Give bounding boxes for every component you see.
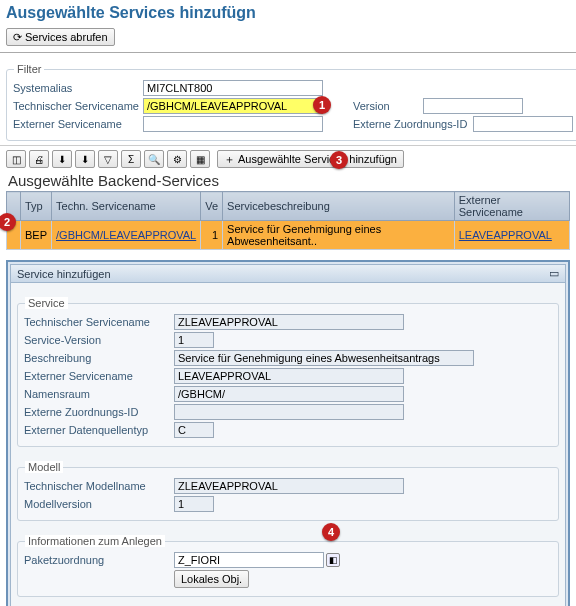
badge-4: 4 [322,523,340,541]
cell-typ: BEP [21,221,52,250]
cell-desc: Service für Genehmigung eines Abwesenhei… [223,221,455,250]
table-row[interactable]: BEP /GBHCM/LEAVEAPPROVAL 1 Service für G… [7,221,570,250]
mdl-tech-input[interactable] [174,478,404,494]
export-word-icon[interactable]: ⬇ [75,150,95,168]
details-icon[interactable]: ◫ [6,150,26,168]
col-ext[interactable]: Externer Servicename [454,192,569,221]
backend-services-title: Ausgewählte Backend-Services [0,170,576,191]
find-icon[interactable]: 🔍 [144,150,164,168]
svc-tech-input[interactable] [174,314,404,330]
pkg-label: Paketzuordnung [24,554,174,566]
svc-ext-label: Externer Servicename [24,370,174,382]
svc-tech-label: Technischer Servicename [24,316,174,328]
svc-map-label: Externe Zuordnungs-ID [24,406,174,418]
col-typ[interactable]: Typ [21,192,52,221]
settings-icon[interactable]: ⚙ [167,150,187,168]
filter-legend: Filter [14,63,44,75]
add-selected-services-button[interactable]: ＋ Ausgewählte Services hinzufügn [217,150,404,168]
page-title: Ausgewählte Services hinzufügn [0,0,576,26]
ext-map-input[interactable] [473,116,573,132]
ext-name-label: Externer Servicename [13,118,143,130]
col-desc[interactable]: Servicebeschreibung [223,192,455,221]
mdl-tech-label: Technischer Modellname [24,480,174,492]
add-service-dialog: Service hinzufügen ▭ Service Technischer… [6,260,570,606]
pkg-value-help-icon[interactable]: ◧ [326,553,340,567]
badge-3: 3 [330,151,348,169]
print-icon[interactable]: 🖨 [29,150,49,168]
svc-map-input[interactable] [174,404,404,420]
svc-ext-input[interactable] [174,368,404,384]
sum-icon[interactable]: Σ [121,150,141,168]
pkg-input[interactable] [174,552,324,568]
cell-tech[interactable]: /GBHCM/LEAVEAPPROVAL [52,221,201,250]
col-ver[interactable]: Ve [201,192,223,221]
svc-dq-input[interactable] [174,422,214,438]
dialog-title-text: Service hinzufügen [17,268,111,280]
mdl-ver-label: Modellversion [24,498,174,510]
dialog-close-icon[interactable]: ▭ [549,267,559,280]
refresh-services-button[interactable]: ⟳ Services abrufen [6,28,115,46]
systemalias-input[interactable] [143,80,323,96]
local-obj-button[interactable]: Lokales Obj. [174,570,249,588]
tech-name-label: Technischer Servicename [13,100,143,112]
svc-ver-label: Service-Version [24,334,174,346]
version-label: Version [353,100,423,112]
export-excel-icon[interactable]: ⬇ [52,150,72,168]
add-icon: ＋ [224,152,235,167]
service-legend: Service [25,297,68,309]
svc-ns-label: Namensraum [24,388,174,400]
svc-desc-input[interactable] [174,350,474,366]
ext-map-label: Externe Zuordnungs-ID [353,118,473,130]
systemalias-label: Systemalias [13,82,143,94]
create-legend: Informationen zum Anlegen [25,535,165,547]
badge-1: 1 [313,96,331,114]
mdl-ver-input[interactable] [174,496,214,512]
svc-dq-label: Externer Datenquellentyp [24,424,174,436]
layout-icon[interactable]: ▦ [190,150,210,168]
version-input[interactable] [423,98,523,114]
cell-ext[interactable]: LEAVEAPPROVAL [454,221,569,250]
model-legend: Modell [25,461,63,473]
add-selected-label: Ausgewählte Services hinzufügn [238,153,397,165]
col-tech[interactable]: Techn. Servicename [52,192,201,221]
backend-services-table: Typ Techn. Servicename Ve Servicebeschre… [6,191,570,250]
tech-name-input[interactable] [143,98,323,114]
ext-name-input[interactable] [143,116,323,132]
svc-ver-input[interactable] [174,332,214,348]
refresh-icon: ⟳ [13,31,22,44]
cell-ver: 1 [201,221,223,250]
svc-desc-label: Beschreibung [24,352,174,364]
svc-ns-input[interactable] [174,386,404,402]
refresh-label: Services abrufen [25,31,108,43]
filter-icon[interactable]: ▽ [98,150,118,168]
